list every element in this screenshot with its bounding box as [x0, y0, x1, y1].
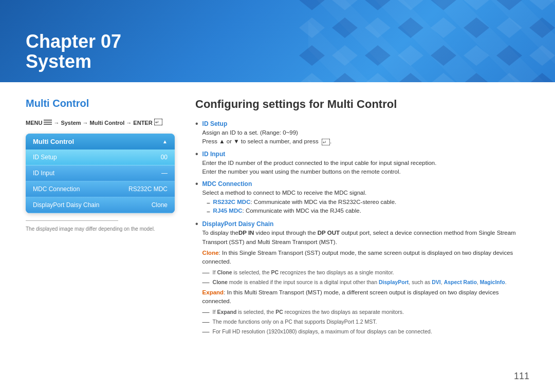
mdc-sub-1: ‒ RS232C MDC: Communicate with MDC via t… — [207, 199, 529, 206]
displayport-expand-desc: Expand: In this Multi Stream Transport (… — [202, 288, 529, 306]
mdc-desc: Select a method to connect to MDC to rec… — [202, 189, 529, 197]
displayport-value: Clone — [152, 201, 168, 209]
mdc-title: MDC Connection — [202, 180, 529, 188]
displayport-section: • DisplayPort Daisy Chain To display the… — [195, 220, 529, 337]
note-dash-4: ― — [202, 318, 210, 325]
mdc-connection-value: RS232C MDC — [128, 185, 168, 193]
displayport-content: DisplayPort Daisy Chain To display theDP… — [202, 220, 529, 337]
enter-icon: ↵ — [154, 119, 162, 126]
id-setup-title: ID Setup — [202, 120, 529, 127]
note-text-5: For Full HD resolution (1920x1080) displ… — [213, 328, 432, 335]
id-input-title: ID Input — [202, 151, 529, 158]
note-clone-mode: ― Clone mode is enabled if the input sou… — [202, 278, 529, 286]
mdc-sub-2: ‒ RJ45 MDC: Communicate with MDC via the… — [207, 208, 529, 215]
chapter-label: Chapter 07 — [26, 31, 121, 52]
note-mode-functions: ― The mode functions only on a PC that s… — [202, 318, 529, 326]
menu-path: MENU → System → Multi Control → ENTER ↵ — [26, 119, 175, 126]
system-label: System — [61, 120, 81, 126]
bullet-icon-3: • — [195, 179, 198, 189]
id-setup-section: • ID Setup Assign an ID to a set. (Range… — [195, 120, 529, 146]
note-text-4: The mode functions only on a PC that sup… — [213, 318, 377, 326]
note-full-hd: ― For Full HD resolution (1920x1080) dis… — [202, 328, 529, 335]
note-text-1: If Clone is selected, the PC recognizes … — [213, 269, 394, 276]
mdc-rj45-desc: RJ45 MDC: Communicate with MDC via the R… — [213, 208, 361, 214]
header-title: Chapter 07 System — [26, 31, 121, 72]
mdc-connection-label: MDC Connection — [33, 185, 80, 193]
dash-icon: ‒ — [207, 199, 210, 206]
arrow3: → — [126, 120, 132, 126]
menu-item-displayport[interactable]: DisplayPort Daisy Chain Clone — [26, 197, 175, 213]
id-input-label: ID Input — [33, 170, 54, 177]
id-input-value: — — [161, 170, 168, 177]
multi-control-box: Multi Control ▲ ID Setup 00 ID Input — M… — [26, 134, 175, 213]
dash-icon-2: ‒ — [207, 208, 210, 215]
id-setup-label: ID Setup — [33, 154, 57, 161]
menu-label: MENU — [26, 120, 42, 126]
displayport-label: DisplayPort Daisy Chain — [33, 201, 99, 209]
id-setup-content: ID Setup Assign an ID to a set. (Range: … — [202, 120, 529, 146]
page-number: 111 — [514, 371, 529, 382]
note-expand-pc: ― If Expand is selected, the PC recogniz… — [202, 308, 529, 316]
menu-item-mdc-connection[interactable]: MDC Connection RS232C MDC — [26, 181, 175, 197]
svg-rect-2 — [44, 124, 52, 125]
disclaimer: The displayed image may differ depending… — [26, 226, 175, 232]
svg-text:↵: ↵ — [323, 140, 327, 145]
svg-text:↵: ↵ — [155, 120, 159, 125]
note-dash-3: ― — [202, 308, 210, 315]
arrow2: → — [83, 120, 88, 126]
svg-rect-0 — [44, 120, 52, 121]
enter-label: ENTER — [133, 120, 152, 126]
section-title: Multi Control — [26, 98, 175, 109]
bullet-icon-4: • — [195, 219, 198, 229]
mdc-content: MDC Connection Select a method to connec… — [202, 180, 529, 216]
note-dash-1: ― — [202, 269, 210, 276]
header-decoration — [298, 0, 555, 82]
svg-rect-1 — [44, 122, 52, 123]
right-section-title: Configuring settings for Multi Control — [195, 98, 529, 111]
scroll-up-icon: ▲ — [162, 139, 168, 144]
left-column: Multi Control MENU → System → Multi Cont… — [26, 98, 175, 341]
right-column: Configuring settings for Multi Control •… — [195, 98, 529, 341]
id-setup-desc: Assign an ID to a set. (Range: 0~99) Pre… — [202, 128, 529, 146]
bullet-icon-2: • — [195, 150, 198, 159]
arrow1: → — [53, 120, 59, 126]
mdc-rs232c-desc: RS232C MDC: Communicate with MDC via the… — [213, 199, 397, 205]
id-input-section: • ID Input Enter the ID number of the pr… — [195, 151, 529, 177]
header-banner: Chapter 07 System — [0, 0, 555, 82]
multi-control-header: Multi Control ▲ — [26, 134, 175, 150]
id-input-content: ID Input Enter the ID number of the prod… — [202, 151, 529, 177]
note-text-2: Clone mode is enabled if the input sourc… — [213, 278, 507, 286]
multi-control-box-title: Multi Control — [33, 138, 74, 145]
displayport-title: DisplayPort Daisy Chain — [202, 220, 529, 228]
displayport-desc1: To display theDP IN video input through … — [202, 229, 529, 247]
bullet-icon: • — [195, 119, 198, 128]
multi-control-path-label: Multi Control — [90, 120, 125, 126]
menu-icon — [44, 119, 52, 126]
displayport-clone-desc: Clone: In this Single Stream Transport (… — [202, 249, 529, 267]
note-dash-2: ― — [202, 278, 210, 286]
note-dash-5: ― — [202, 328, 210, 335]
id-input-desc: Enter the ID number of the product conne… — [202, 159, 529, 177]
id-setup-value: 00 — [161, 154, 168, 161]
subtitle-label: System — [26, 51, 121, 72]
note-text-3: If Expand is selected, the PC recognizes… — [213, 308, 404, 316]
note-clone-pc: ― If Clone is selected, the PC recognize… — [202, 269, 529, 276]
content-area: Multi Control MENU → System → Multi Cont… — [0, 82, 555, 351]
menu-item-id-setup[interactable]: ID Setup 00 — [26, 150, 175, 165]
menu-item-id-input[interactable]: ID Input — — [26, 165, 175, 181]
mdc-connection-section: • MDC Connection Select a method to conn… — [195, 180, 529, 216]
divider — [26, 220, 118, 221]
